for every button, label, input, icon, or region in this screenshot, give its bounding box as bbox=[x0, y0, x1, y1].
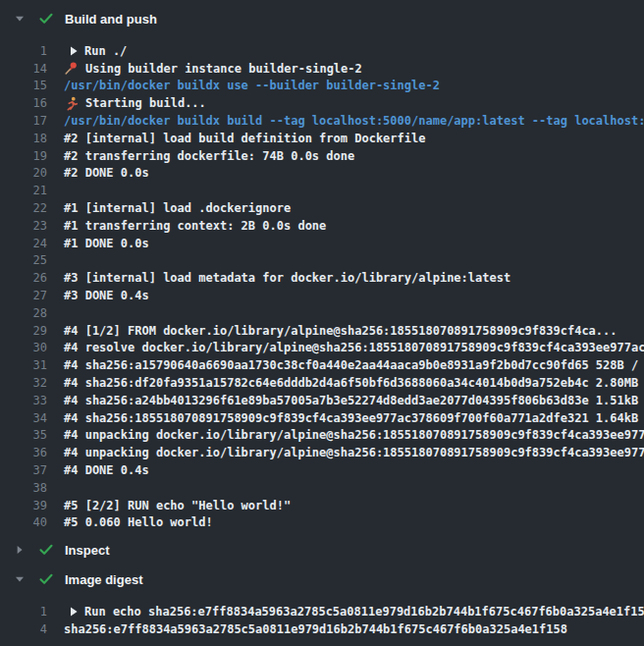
log-text-content: Run ./ bbox=[84, 44, 127, 58]
log-text: #4 [1/2] FROM docker.io/library/alpine@s… bbox=[47, 324, 617, 338]
log-text-content: #4 DONE 0.4s bbox=[64, 463, 149, 477]
log-text-content: #2 transferring dockerfile: 74B 0.0s don… bbox=[64, 149, 354, 163]
log-text: Run echo sha256:e7ff8834a5963a2785c5a081… bbox=[47, 605, 644, 619]
line-number[interactable]: 32 bbox=[0, 376, 47, 390]
log-text: #4 sha256:a15790640a6690aa1730c38cf0a440… bbox=[47, 358, 644, 372]
log-line: 37#4 DONE 0.4s bbox=[0, 461, 644, 479]
log-text: #4 unpacking docker.io/library/alpine@sh… bbox=[47, 428, 644, 442]
log-line: 23#1 transferring context: 2B 0.0s done bbox=[0, 217, 644, 235]
pushpin-icon bbox=[64, 61, 79, 76]
log-line: 31#4 sha256:a15790640a6690aa1730c38cf0a4… bbox=[0, 356, 644, 374]
check-icon bbox=[39, 573, 53, 585]
log-line: 28 bbox=[0, 304, 644, 322]
log-line: 22#1 [internal] load .dockerignore bbox=[0, 199, 644, 217]
line-number[interactable]: 36 bbox=[0, 446, 47, 459]
log-text-content: #4 unpacking docker.io/library/alpine@sh… bbox=[64, 428, 644, 442]
log-text: #2 [internal] load build definition from… bbox=[47, 132, 425, 145]
line-number[interactable]: 33 bbox=[0, 394, 47, 407]
log-line: 39#5 [2/2] RUN echo "Hello world!" bbox=[0, 497, 644, 514]
log-text: /usr/bin/docker buildx use --builder bui… bbox=[47, 79, 440, 92]
chevron-down-icon[interactable] bbox=[15, 574, 25, 584]
log-text: #1 [internal] load .dockerignore bbox=[47, 201, 291, 215]
log-text-content: #1 DONE 0.0s bbox=[64, 237, 149, 250]
line-number[interactable]: 4 bbox=[0, 622, 47, 636]
line-number[interactable]: 18 bbox=[0, 132, 47, 145]
log-line: 17/usr/bin/docker buildx build --tag loc… bbox=[0, 112, 644, 130]
line-number[interactable]: 24 bbox=[0, 237, 47, 250]
line-number[interactable]: 37 bbox=[0, 463, 47, 477]
log-text: Starting build... bbox=[47, 96, 206, 111]
section-header-image-digest[interactable]: Image digest bbox=[0, 568, 644, 590]
log-text-content: /usr/bin/docker buildx use --builder bui… bbox=[64, 79, 440, 92]
log-section-image-digest: Image digest1Run echo sha256:e7ff8834a59… bbox=[0, 568, 644, 638]
section-header-inspect[interactable]: Inspect bbox=[0, 539, 644, 561]
log-text-content: sha256:e7ff8834a5963a2785c5a0811e979d16b… bbox=[64, 622, 567, 636]
line-number[interactable]: 15 bbox=[0, 79, 47, 92]
line-number[interactable]: 31 bbox=[0, 358, 47, 372]
log-section-inspect: Inspect bbox=[0, 539, 644, 561]
chevron-down-icon[interactable] bbox=[15, 14, 25, 24]
log-line: 1Run echo sha256:e7ff8834a5963a2785c5a08… bbox=[0, 603, 644, 620]
log-text: Run ./ bbox=[47, 44, 127, 58]
log-text: #2 transferring dockerfile: 74B 0.0s don… bbox=[47, 149, 354, 163]
line-number[interactable]: 14 bbox=[0, 62, 47, 76]
chevron-right-icon[interactable] bbox=[15, 545, 25, 555]
log-lines-image-digest: 1Run echo sha256:e7ff8834a5963a2785c5a08… bbox=[0, 603, 644, 638]
check-icon bbox=[39, 544, 53, 556]
log-text-content: #4 resolve docker.io/library/alpine@sha2… bbox=[64, 341, 644, 354]
log-text: #3 DONE 0.4s bbox=[47, 289, 149, 302]
line-number[interactable]: 1 bbox=[0, 44, 47, 58]
line-number[interactable]: 22 bbox=[0, 201, 47, 215]
log-text: #4 unpacking docker.io/library/alpine@sh… bbox=[47, 446, 644, 459]
line-number[interactable]: 21 bbox=[0, 184, 47, 197]
log-line: 16Starting build... bbox=[0, 94, 644, 112]
log-text-content: #4 sha256:185518070891758909c9f839cf4ca3… bbox=[64, 411, 644, 425]
log-line: 34#4 sha256:185518070891758909c9f839cf4c… bbox=[0, 409, 644, 427]
log-line: 36#4 unpacking docker.io/library/alpine@… bbox=[0, 444, 644, 461]
log-text: #5 [2/2] RUN echo "Hello world!" bbox=[47, 499, 291, 512]
line-number[interactable]: 26 bbox=[0, 271, 47, 285]
log-line: 15/usr/bin/docker buildx use --builder b… bbox=[0, 78, 644, 95]
log-text-content: #4 sha256:df20fa9351a15782c64e6dddb2d4a6… bbox=[64, 376, 644, 390]
line-number[interactable]: 38 bbox=[0, 481, 47, 495]
log-line: 35#4 unpacking docker.io/library/alpine@… bbox=[0, 427, 644, 445]
log-text: #4 resolve docker.io/library/alpine@sha2… bbox=[47, 341, 644, 354]
log-line: 1Run ./ bbox=[0, 42, 644, 60]
log-text-content: #4 sha256:a24bb4013296f61e89ba57005a7b3e… bbox=[64, 394, 644, 407]
log-line: 27#3 DONE 0.4s bbox=[0, 287, 644, 304]
line-number[interactable]: 30 bbox=[0, 341, 47, 354]
line-number[interactable]: 16 bbox=[0, 96, 47, 110]
run-expand-icon[interactable] bbox=[70, 46, 78, 56]
log-text-content: #5 0.060 Hello world! bbox=[64, 515, 213, 529]
section-header-build-and-push[interactable]: Build and push bbox=[0, 8, 644, 29]
line-number[interactable]: 20 bbox=[0, 166, 47, 180]
line-number[interactable]: 1 bbox=[0, 605, 47, 619]
log-text-content: #3 DONE 0.4s bbox=[64, 289, 149, 302]
line-number[interactable]: 34 bbox=[0, 411, 47, 425]
log-text-content: /usr/bin/docker buildx build --tag local… bbox=[64, 114, 644, 128]
run-expand-icon[interactable] bbox=[70, 607, 78, 617]
line-number[interactable]: 17 bbox=[0, 114, 47, 128]
line-number[interactable]: 39 bbox=[0, 499, 47, 512]
line-number[interactable]: 27 bbox=[0, 289, 47, 302]
log-line: 4sha256:e7ff8834a5963a2785c5a0811e979d16… bbox=[0, 620, 644, 638]
line-number[interactable]: 19 bbox=[0, 149, 47, 163]
log-text-content: #2 DONE 0.0s bbox=[64, 166, 149, 180]
log-text: /usr/bin/docker buildx build --tag local… bbox=[47, 114, 644, 128]
log-section-build-and-push: Build and push1Run ./14Using builder ins… bbox=[0, 8, 644, 531]
runner-icon bbox=[64, 96, 79, 111]
line-number[interactable]: 29 bbox=[0, 324, 47, 338]
line-number[interactable]: 40 bbox=[0, 515, 47, 529]
log-line: 29#4 [1/2] FROM docker.io/library/alpine… bbox=[0, 322, 644, 340]
line-number[interactable]: 28 bbox=[0, 306, 47, 320]
log-line: 19#2 transferring dockerfile: 74B 0.0s d… bbox=[0, 147, 644, 165]
log-line: 26#3 [internal] load metadata for docker… bbox=[0, 269, 644, 287]
log-text: sha256:e7ff8834a5963a2785c5a0811e979d16b… bbox=[47, 622, 567, 636]
log-text-content: #2 [internal] load build definition from… bbox=[64, 132, 425, 145]
line-number[interactable]: 35 bbox=[0, 428, 47, 442]
log-text-content: Starting build... bbox=[85, 96, 206, 110]
line-number[interactable]: 23 bbox=[0, 219, 47, 233]
log-text: Using builder instance builder-single-2 bbox=[47, 61, 362, 76]
log-text-content: #4 [1/2] FROM docker.io/library/alpine@s… bbox=[64, 324, 617, 338]
line-number[interactable]: 25 bbox=[0, 253, 47, 267]
